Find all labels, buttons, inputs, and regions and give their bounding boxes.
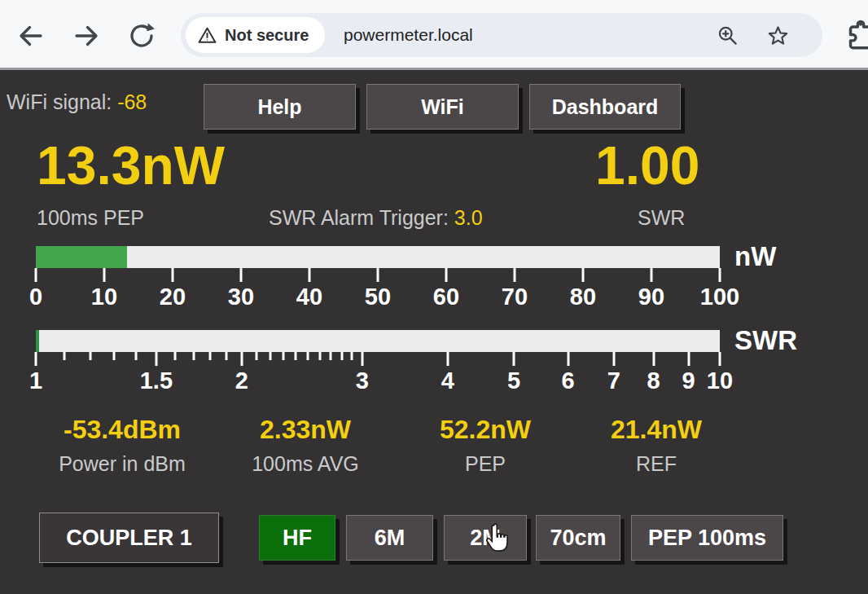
minor-tick [351,352,353,360]
tick-label: 0 [29,284,42,310]
star-icon[interactable] [767,24,789,46]
wifi-signal-label: WiFi signal: [7,90,117,113]
swr-meter-track [36,330,720,352]
stat-label: REF [542,452,770,476]
minor-tick [89,352,91,360]
major-tick [719,268,721,282]
tick-label: 3 [356,367,369,394]
minor-tick [255,352,257,360]
tick-label: 90 [638,284,664,310]
major-tick [240,352,243,366]
address-bar[interactable]: Not secure powermeter.local [181,13,822,57]
minor-tick [209,352,212,360]
tick-label: 6 [562,367,575,394]
tick-label: 70 [502,284,528,310]
swr-meter-fill [36,330,39,352]
security-chip[interactable]: Not secure [186,17,325,53]
major-tick [35,268,37,282]
power-meter-fill [36,246,127,268]
minor-tick [340,352,343,360]
tick-label: 10 [707,367,733,394]
tick-label: 5 [507,367,520,394]
major-tick [513,352,515,366]
major-tick [719,352,721,366]
major-tick [103,268,106,282]
stat-value: 21.4nW [542,415,770,445]
major-tick [309,268,311,282]
minor-tick [269,352,271,360]
power-meter-scale: 0102030405060708090100 [36,268,720,317]
major-tick [582,268,585,282]
main-swr-value: 1.00 [595,138,699,194]
wifi-button[interactable]: WiFi [366,84,519,130]
tick-label: 10 [91,284,117,310]
tick-label: 2 [235,367,248,394]
tick-label: 30 [228,284,254,310]
tick-label: 1.5 [140,367,173,394]
minor-tick [192,352,195,360]
coupler-button[interactable]: COUPLER 1 [39,513,219,563]
warning-icon [197,25,217,46]
tick-label: 40 [296,284,322,310]
minor-tick [307,352,309,360]
minor-tick [318,352,321,360]
swr-meter-scale: 11.52345678910 [36,352,720,401]
minor-tick [174,352,177,360]
power-meter-track [36,246,720,268]
band-button-pep100ms[interactable]: PEP 100ms [631,515,783,561]
minor-tick [282,352,284,360]
tick-label: 1 [29,367,42,394]
major-tick [240,268,243,282]
stat-ref: 21.4nW REF [542,415,770,476]
tick-label: 60 [433,284,459,310]
tick-label: 100 [700,284,739,310]
swr-alarm-value: 3.0 [454,206,483,229]
power-meter-unit-label: nW [734,241,776,272]
swr-alarm-label: SWR Alarm Trigger: [269,206,454,229]
security-label: Not secure [225,26,309,45]
minor-tick [112,352,115,360]
main-power-label: 100ms PEP [37,206,144,230]
extensions-puzzle-icon[interactable] [843,18,868,54]
powermeter-page: WiFi signal: -68 Help WiFi Dashboard 13.… [0,73,868,594]
wifi-signal-value: -68 [117,90,147,113]
screen: Not secure powermeter.local WiFi signal:… [0,0,868,594]
browser-toolbar: Not secure powermeter.local [0,0,868,70]
main-power-value: 13.3nW [37,138,225,194]
major-tick [514,268,516,282]
major-tick [651,268,653,282]
band-button-70cm[interactable]: 70cm [536,515,620,561]
url-text[interactable]: powermeter.local [344,25,473,45]
forward-arrow-icon[interactable] [72,21,101,51]
tick-label: 8 [647,367,660,394]
back-arrow-icon[interactable] [16,21,46,51]
tick-label: 50 [365,284,391,310]
major-tick [35,352,37,366]
major-tick [687,352,690,366]
major-tick [172,268,174,282]
major-tick [612,352,615,366]
band-button-hf[interactable]: HF [259,515,335,561]
tick-label: 9 [682,367,695,394]
help-button[interactable]: Help [204,84,356,130]
band-button-6m[interactable]: 6M [346,515,433,561]
major-tick [567,352,569,366]
dashboard-button[interactable]: Dashboard [529,84,681,130]
major-tick [446,352,449,366]
major-tick [377,268,379,282]
major-tick [445,268,448,282]
band-button-2m[interactable]: 2M [444,515,527,561]
main-swr-label: SWR [638,206,685,230]
reload-icon[interactable] [127,21,156,51]
major-tick [361,352,363,366]
swr-meter-unit-label: SWR [734,325,797,356]
tick-label: 4 [441,367,454,394]
tick-label: 80 [570,284,596,310]
tick-label: 7 [607,367,620,394]
zoom-icon[interactable] [717,24,739,46]
minor-tick [134,352,137,360]
minor-tick [226,352,228,360]
swr-alarm-trigger: SWR Alarm Trigger: 3.0 [269,206,483,230]
minor-tick [63,352,65,360]
major-tick [155,352,157,366]
